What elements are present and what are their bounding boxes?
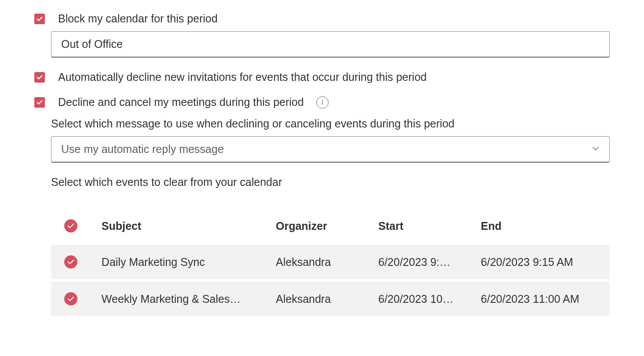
decline-cancel-checkbox[interactable] [34,97,45,108]
block-calendar-checkbox[interactable] [34,14,45,24]
table-row[interactable]: Daily Marketing Sync Aleksandra 6/20/202… [51,245,610,280]
auto-decline-row: Automatically decline new invitations fo… [34,71,610,84]
decline-cancel-row: Decline and cancel my meetings during th… [34,96,610,109]
events-table-wrap: Subject Organizer Start End Daily Market… [51,207,610,316]
block-calendar-input-wrap [51,31,610,58]
decline-message-select[interactable]: Use my automatic reply message [51,136,610,163]
events-clear-label: Select which events to clear from your c… [51,176,610,189]
cell-end: 6/20/2023 11:00 AM [476,280,610,316]
cell-organizer: Aleksandra [271,280,374,316]
decline-cancel-label: Decline and cancel my meetings during th… [58,96,304,109]
header-subject[interactable]: Subject [97,207,271,245]
info-icon[interactable]: i [316,96,329,109]
decline-message-label: Select which message to use when declini… [51,117,610,130]
check-icon [36,74,43,81]
cell-subject: Daily Marketing Sync [97,245,271,280]
auto-decline-label: Automatically decline new invitations fo… [58,71,427,84]
select-all-checkbox[interactable] [64,219,77,232]
table-header-row: Subject Organizer Start End [51,207,610,245]
check-icon [67,295,75,303]
cell-start: 6/20/2023 9:… [374,245,476,280]
decline-message-select-value: Use my automatic reply message [61,143,224,156]
check-icon [67,258,75,266]
cell-subject: Weekly Marketing & Sales… [97,280,271,316]
header-end[interactable]: End [476,207,610,245]
auto-decline-checkbox[interactable] [34,72,45,83]
table-row[interactable]: Weekly Marketing & Sales… Aleksandra 6/2… [51,280,610,316]
cell-organizer: Aleksandra [271,245,374,280]
row-checkbox[interactable] [64,255,77,269]
cell-start: 6/20/2023 10… [374,280,476,316]
check-icon [67,222,75,230]
header-start[interactable]: Start [374,207,476,245]
row-checkbox[interactable] [64,292,77,305]
block-calendar-row: Block my calendar for this period [34,12,610,25]
block-calendar-label: Block my calendar for this period [58,12,218,25]
cell-end: 6/20/2023 9:15 AM [476,245,610,280]
decline-message-select-wrap: Use my automatic reply message [51,136,610,163]
check-icon [36,99,43,106]
check-icon [36,15,43,22]
events-table: Subject Organizer Start End Daily Market… [51,207,610,316]
header-organizer[interactable]: Organizer [271,207,374,245]
block-calendar-input[interactable] [51,31,610,58]
